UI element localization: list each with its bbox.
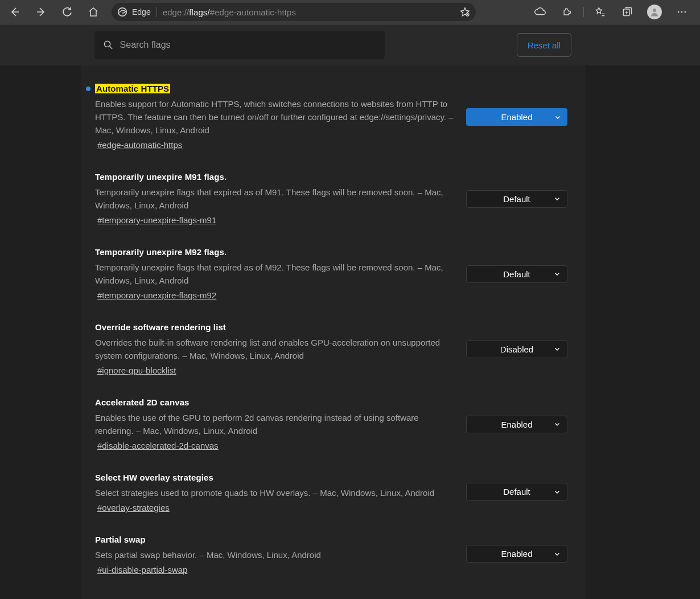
search-input[interactable]	[120, 40, 377, 50]
flag-title: Automatic HTTPS	[95, 84, 170, 93]
collections-icon	[621, 6, 633, 18]
nav-forward-button[interactable]	[30, 2, 52, 22]
flag-text: Select HW overlay strategiesSelect strat…	[95, 473, 455, 513]
refresh-icon	[61, 6, 73, 18]
dots-icon	[676, 6, 687, 18]
site-identity-label: Edge	[132, 7, 151, 17]
search-wrap	[94, 31, 385, 59]
reset-all-button[interactable]: Reset all	[517, 33, 571, 57]
flag-state-select[interactable]: Disabled	[466, 340, 567, 358]
home-icon	[88, 6, 99, 18]
flags-content: Automatic HTTPSEnables support for Autom…	[0, 65, 700, 599]
flag-title: Select HW overlay strategies	[95, 473, 213, 482]
svg-point-7	[104, 41, 110, 47]
more-button[interactable]	[670, 2, 693, 22]
flag-text: Override software rendering listOverride…	[95, 322, 455, 376]
flag-state-value: Default	[503, 487, 530, 497]
browser-chrome: Edge edge://flags/#edge-automatic-https	[0, 0, 700, 24]
puzzle-icon	[562, 6, 573, 18]
flag-select-wrap: Disabled	[466, 322, 567, 376]
flag-select-wrap: Enabled	[466, 397, 567, 451]
flag-row: Accelerated 2D canvasEnables the use of …	[95, 393, 572, 468]
flag-text: Partial swapSets partial swap behavior. …	[95, 535, 455, 575]
flag-text: Accelerated 2D canvasEnables the use of …	[95, 397, 455, 451]
nav-home-button[interactable]	[82, 2, 105, 22]
flags-column: Automatic HTTPSEnables support for Autom…	[81, 65, 586, 599]
flag-anchor-link[interactable]: #edge-automatic-https	[97, 140, 182, 150]
flag-anchor-link[interactable]: #disable-accelerated-2d-canvas	[97, 441, 219, 450]
flag-select-wrap: Enabled	[466, 535, 567, 575]
svg-point-5	[681, 11, 683, 13]
address-bar[interactable]: Edge edge://flags/#edge-automatic-https	[112, 3, 476, 21]
profile-button[interactable]	[643, 2, 666, 22]
flag-row: Temporarily unexpire M92 flags.Temporari…	[95, 243, 572, 318]
flag-row: Automatic HTTPSEnables support for Autom…	[95, 79, 572, 167]
chevron-down-icon	[553, 488, 561, 496]
flag-text: Automatic HTTPSEnables support for Autom…	[95, 84, 455, 150]
svg-point-6	[685, 11, 686, 13]
flag-state-value: Default	[503, 269, 530, 279]
flag-state-select[interactable]: Enabled	[466, 108, 567, 126]
flag-select-wrap: Default	[466, 172, 567, 225]
nav-back-button[interactable]	[3, 2, 26, 22]
flag-row: Partial swapSets partial swap behavior. …	[95, 530, 572, 592]
favorites-button[interactable]	[588, 2, 611, 22]
flag-anchor-link[interactable]: #ui-disable-partial-swap	[97, 565, 187, 575]
flag-description: Enables the use of the GPU to perform 2d…	[95, 411, 455, 437]
flag-state-value: Default	[503, 194, 530, 204]
favorite-star-icon[interactable]	[460, 7, 470, 17]
flag-anchor-link[interactable]: #overlay-strategies	[97, 503, 170, 512]
chevron-down-icon	[553, 550, 561, 558]
arrow-right-icon	[35, 6, 47, 18]
shopping-button[interactable]	[529, 2, 551, 22]
flag-text: Temporarily unexpire M92 flags.Temporari…	[95, 247, 455, 301]
site-identity: Edge	[117, 7, 151, 17]
flag-row: Temporarily unexpire M91 flags.Temporari…	[95, 167, 572, 243]
separator	[157, 7, 157, 17]
flag-row: Select HW overlay strategiesSelect strat…	[95, 468, 572, 530]
flag-description: Temporarily unexpire flags that expired …	[95, 186, 455, 212]
flag-state-select[interactable]: Default	[466, 265, 567, 283]
flag-title: Temporarily unexpire M92 flags.	[95, 247, 227, 257]
chevron-down-icon	[553, 420, 561, 428]
flag-select-wrap: Default	[466, 473, 567, 513]
nav-refresh-button[interactable]	[56, 2, 79, 22]
flag-state-select[interactable]: Enabled	[466, 545, 567, 563]
chevron-down-icon	[553, 270, 561, 278]
flag-anchor-link[interactable]: #ignore-gpu-blocklist	[97, 366, 176, 375]
chevron-down-icon	[554, 113, 562, 121]
chevron-down-icon	[553, 195, 561, 203]
flag-description: Overrides the built-in software renderin…	[95, 336, 455, 362]
edge-logo-icon	[117, 7, 127, 17]
flag-anchor-link[interactable]: #temporary-unexpire-flags-m91	[97, 215, 216, 225]
star-lines-icon	[594, 6, 606, 18]
url-text: edge://flags/#edge-automatic-https	[163, 7, 454, 17]
cloud-icon	[534, 6, 546, 18]
flag-text: Temporarily unexpire M91 flags.Temporari…	[95, 172, 455, 225]
avatar-icon	[647, 5, 662, 19]
flag-title: Temporarily unexpire M91 flags.	[95, 172, 227, 182]
extensions-button[interactable]	[556, 2, 579, 22]
flag-description: Sets partial swap behavior. – Mac, Windo…	[95, 548, 455, 561]
toolbar-right	[529, 2, 697, 22]
flag-row: Override software rendering listOverride…	[95, 318, 572, 393]
flag-title: Partial swap	[95, 535, 146, 544]
flag-description: Enables support for Automatic HTTPS, whi…	[95, 97, 455, 137]
flag-select-wrap: Default	[466, 247, 567, 301]
flag-state-select[interactable]: Default	[466, 483, 567, 500]
flag-description: Select strategies used to promote quads …	[95, 486, 455, 499]
flag-state-select[interactable]: Enabled	[466, 416, 567, 433]
svg-point-3	[653, 9, 656, 12]
flag-description: Temporarily unexpire flags that expired …	[95, 261, 455, 287]
flag-select-wrap: Enabled	[466, 84, 567, 150]
chevron-down-icon	[553, 345, 561, 353]
flag-title: Override software rendering list	[95, 322, 226, 332]
flag-anchor-link[interactable]: #temporary-unexpire-flags-m92	[97, 290, 216, 300]
svg-point-4	[678, 11, 680, 13]
collections-button[interactable]	[616, 2, 639, 22]
separator	[583, 7, 584, 17]
flag-state-value: Enabled	[501, 112, 532, 122]
flag-title: Accelerated 2D canvas	[95, 397, 190, 407]
flag-state-select[interactable]: Default	[466, 190, 567, 208]
flags-header: Reset all	[0, 24, 700, 65]
